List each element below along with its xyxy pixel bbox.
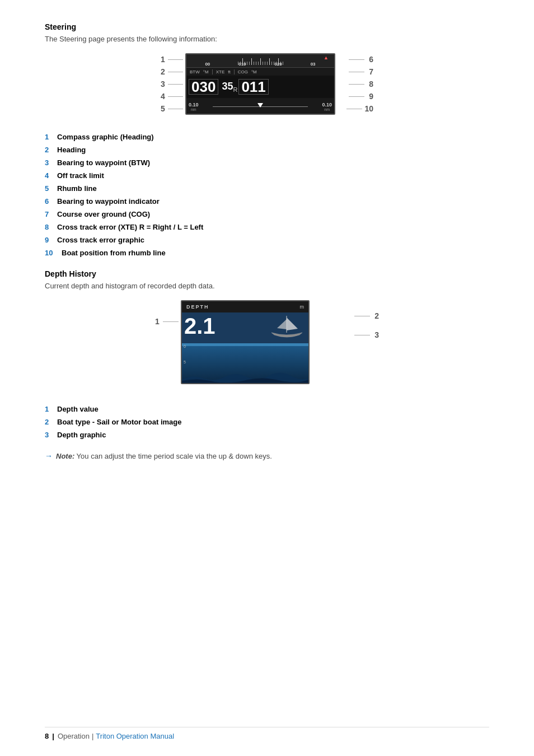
boat-svg [269, 315, 305, 340]
xte-sub: R [233, 86, 237, 93]
label-num-5: 5 [161, 104, 168, 113]
steering-item-4: 4 Off track limit [45, 171, 489, 180]
depth-value-display: 2.1 [184, 315, 216, 337]
steering-item-num-8: 8 [45, 223, 57, 231]
depth-item-num-1: 1 [45, 405, 57, 413]
depth-item-num-3: 3 [45, 431, 57, 439]
label-3-row: 3 [161, 80, 183, 88]
label-num-1: 1 [161, 55, 168, 64]
bottom-right-unit: nm [324, 108, 330, 111]
btw-value: 030 [189, 79, 218, 95]
label-line-4 [168, 96, 183, 97]
label-5-row: 5 [161, 104, 183, 113]
depth-item-2: 2 Boat type - Sail or Motor boat image [45, 418, 489, 426]
depth-item-num-2: 2 [45, 418, 57, 426]
label-2-row: 2 [161, 67, 183, 76]
depth-label-2-row: 2 [354, 311, 379, 320]
label-line-10 [346, 109, 362, 109]
compass-num-010: 010 [238, 62, 246, 67]
degm-label1: °M [203, 69, 209, 74]
cog-value: 011 [238, 79, 268, 95]
steering-main-row: 030 35R 011 [186, 76, 334, 98]
steering-item-num-9: 9 [45, 236, 57, 244]
bottom-right-val: 0.10 nm [322, 102, 332, 111]
steering-item-text-4: Off track limit [57, 171, 104, 180]
steering-item-6: 6 Bearing to waypoint indicator [45, 197, 489, 206]
bottom-left-unit: nm [191, 108, 196, 111]
depth-label-line-1 [163, 321, 179, 322]
steering-description: The Steering page presents the following… [45, 35, 489, 43]
depth-history-description: Current depth and histogram of recorded … [45, 282, 489, 290]
depth-label-3-row: 3 [354, 330, 379, 339]
label-num-3: 3 [161, 80, 168, 88]
ft-label: ft [228, 69, 230, 74]
steering-item-num-2: 2 [45, 146, 57, 154]
steering-item-num-10: 10 [45, 249, 62, 257]
degm-label2: °M [251, 69, 257, 74]
water-surface-line [182, 343, 308, 346]
label-line-2 [168, 72, 183, 72]
steering-item-text-5: Rhumb line [57, 184, 97, 193]
footer-section-label: Operation [58, 732, 90, 740]
steering-diagram-container: 1 2 3 4 5 [45, 53, 489, 120]
bottom-right-number: 0.10 [322, 102, 332, 108]
steering-item-text-9: Cross track error graphic [57, 236, 144, 244]
label-num-2: 2 [161, 67, 168, 76]
water-graphic: 0 5 10 [182, 343, 308, 384]
compass-num-03: 03 [311, 62, 316, 67]
rhumb-marker [257, 103, 263, 108]
steering-item-text-1: Compass graphic (Heading) [57, 133, 154, 141]
note-bold-label: Note: [56, 452, 74, 460]
steering-bottom-row: 0.10 nm 0.10 nm [186, 98, 334, 115]
steering-item-text-7: Course over ground (COG) [57, 210, 150, 218]
note-body: You can adjust the time period scale via… [74, 452, 272, 460]
steering-item-10: 10 Boat position from rhumb line [45, 249, 489, 257]
steering-right-labels: 6 7 8 9 10 [345, 53, 373, 115]
steering-item-text-2: Heading [57, 146, 86, 154]
rhumb-line [213, 106, 308, 107]
steering-item-num-7: 7 [45, 210, 57, 218]
scale-5: 5 [184, 360, 186, 364]
depth-right-labels: 2 3 [354, 311, 379, 339]
steering-label-row: BTW °M XTE ft COG °M [186, 68, 334, 76]
scale-0: 0 [184, 344, 186, 348]
steering-item-text-10: Boat position from rhumb line [62, 249, 166, 257]
steering-item-num-1: 1 [45, 133, 57, 141]
steering-item-2: 2 Heading [45, 146, 489, 154]
footer-separator: | [52, 732, 54, 740]
compass-num-020: 020 [274, 62, 282, 67]
label-1-row: 1 [161, 55, 183, 64]
depth-item-text-2: Boat type - Sail or Motor boat image [57, 418, 181, 426]
note-text: Note: You can adjust the time period sca… [56, 452, 272, 460]
footer-manual-link[interactable]: Triton Operation Manual [96, 732, 174, 740]
compass-numbers: 00 010 020 03 [186, 62, 334, 67]
note-row: → Note: You can adjust the time period s… [45, 451, 489, 460]
footer-divider: | [92, 732, 93, 740]
compass-arrow-indicator: ▲ [324, 55, 329, 60]
label-6-row: 6 [345, 55, 373, 64]
label-8-row: 8 [345, 80, 373, 88]
depth-unit-label: m [300, 304, 305, 310]
steering-screen: 00 010 020 03 ▲ BTW °M XTE ft [185, 53, 335, 115]
bottom-left-val: 0.10 nm [189, 102, 199, 111]
label-line-8 [349, 84, 364, 85]
steering-item-9: 9 Cross track error graphic [45, 236, 489, 244]
steering-diagram: 1 2 3 4 5 [161, 53, 373, 120]
label-4-row: 4 [161, 92, 183, 101]
depth-label-line-3 [354, 335, 370, 335]
depth-title-label: DEPTH [186, 304, 209, 310]
depth-label-num-1: 1 [155, 317, 163, 326]
steering-item-text-6: Bearing to waypoint indicator [57, 197, 160, 206]
steering-heading: Steering [45, 22, 489, 31]
label-7-row: 7 [345, 67, 373, 76]
label-num-9: 9 [364, 92, 373, 101]
depth-history-section: Depth History Current depth and histogra… [45, 269, 489, 460]
boat-image [269, 315, 305, 340]
steering-item-text-3: Bearing to waypoint (BTW) [57, 158, 150, 167]
cog-label: COG [234, 69, 248, 74]
steering-section: Steering The Steering page presents the … [45, 22, 489, 257]
steering-item-8: 8 Cross track error (XTE) R = Right / L … [45, 223, 489, 231]
steering-item-list: 1 Compass graphic (Heading) 2 Heading 3 … [45, 133, 489, 257]
note-arrow-icon: → [45, 451, 53, 460]
steering-left-labels: 1 2 3 4 5 [161, 53, 183, 115]
